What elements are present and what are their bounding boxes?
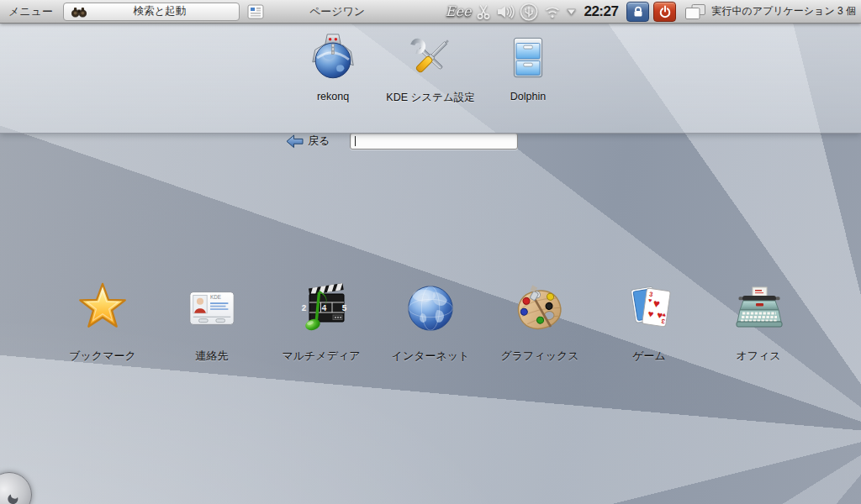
category-bookmarks[interactable]: ブックマーク (48, 277, 157, 364)
top-panel: メニュー 検索と起動 (0, 0, 861, 24)
cashew-icon (7, 492, 20, 504)
binoculars-icon (71, 5, 87, 18)
running-apps-label: 実行中のアプリケーション 3 個 (711, 4, 856, 18)
back-button[interactable]: 戻る (286, 134, 330, 149)
page-switcher-icon[interactable] (247, 4, 264, 19)
category-label: ブックマーク (69, 349, 136, 364)
contacts-card-icon: KDE (186, 277, 238, 334)
volume-icon[interactable] (496, 4, 515, 19)
search-and-launch-label: 検索と起動 (87, 4, 232, 18)
dolphin-icon (504, 31, 552, 85)
graphics-palette-icon (513, 277, 567, 334)
svg-text:KDE: KDE (210, 294, 221, 300)
menu-button[interactable]: メニュー (5, 4, 56, 19)
kde-netbook-desktop: メニュー 検索と起動 (0, 0, 861, 504)
category-label: 連絡先 (196, 349, 229, 364)
launcher-dolphin[interactable]: Dolphin (485, 31, 571, 102)
text-caret (355, 136, 356, 146)
rekonq-icon (307, 31, 359, 85)
launcher-label: Dolphin (510, 91, 546, 102)
launcher-rekonq[interactable]: rekonq (290, 31, 376, 102)
device-notifier-usb-icon[interactable] (519, 3, 539, 21)
shutdown-power-button[interactable] (653, 2, 676, 22)
category-label: オフィス (736, 349, 780, 364)
category-internet[interactable]: インターネット (376, 277, 485, 364)
category-label: インターネット (392, 349, 470, 364)
system-tray: Eee (446, 2, 856, 22)
category-label: マルチメディア (282, 349, 360, 364)
system-settings-icon (403, 31, 458, 85)
lock-screen-button[interactable] (626, 2, 649, 22)
running-apps-taskbar-item[interactable]: 実行中のアプリケーション 3 個 (684, 3, 856, 21)
category-grid: ブックマーク KDE (0, 277, 861, 364)
office-typewriter-icon (732, 277, 785, 334)
launcher-label: KDE システム設定 (386, 91, 474, 105)
clipboard-scissors-icon[interactable] (475, 3, 492, 20)
wifi-network-icon[interactable] (543, 4, 562, 19)
games-cards-icon: 3 ♥ ♥ ♥ ♥ 3 ♥ (623, 277, 675, 334)
svg-text:2 4 5: 2 4 5 (301, 304, 348, 313)
back-arrow-icon (286, 134, 304, 149)
current-page-label: ページワン (309, 4, 365, 19)
digital-clock[interactable]: 22:27 (584, 3, 618, 20)
category-label: ゲーム (632, 349, 666, 364)
category-multimedia[interactable]: 2 4 5 マルチメディア (267, 277, 376, 364)
launcher-label: rekonq (317, 91, 349, 102)
category-contacts[interactable]: KDE 連絡先 (157, 277, 267, 364)
category-label: グラフィックス (500, 349, 578, 364)
multimedia-icon: 2 4 5 (294, 277, 348, 334)
category-games[interactable]: 3 ♥ ♥ ♥ ♥ 3 ♥ ゲーム (594, 277, 704, 364)
launcher-system-settings[interactable]: KDE システム設定 (388, 31, 473, 105)
windows-stack-icon (684, 3, 706, 21)
search-input[interactable] (350, 133, 518, 150)
bookmarks-star-icon (76, 277, 129, 334)
eee-pc-tray-icon[interactable]: Eee (446, 5, 472, 18)
search-and-launch-button[interactable]: 検索と起動 (63, 3, 240, 21)
category-graphics[interactable]: グラフィックス (485, 277, 594, 364)
back-label: 戻る (308, 134, 330, 149)
navigation-row: 戻る (286, 133, 518, 150)
search-input-wrap[interactable] (350, 133, 518, 150)
tray-expander-chevron-down-icon[interactable] (566, 8, 577, 16)
internet-globe-icon (404, 277, 457, 334)
favorites-strip: rekonq (0, 24, 861, 134)
category-office[interactable]: オフィス (704, 277, 813, 364)
plasma-toolbox-cashew[interactable] (0, 472, 32, 504)
